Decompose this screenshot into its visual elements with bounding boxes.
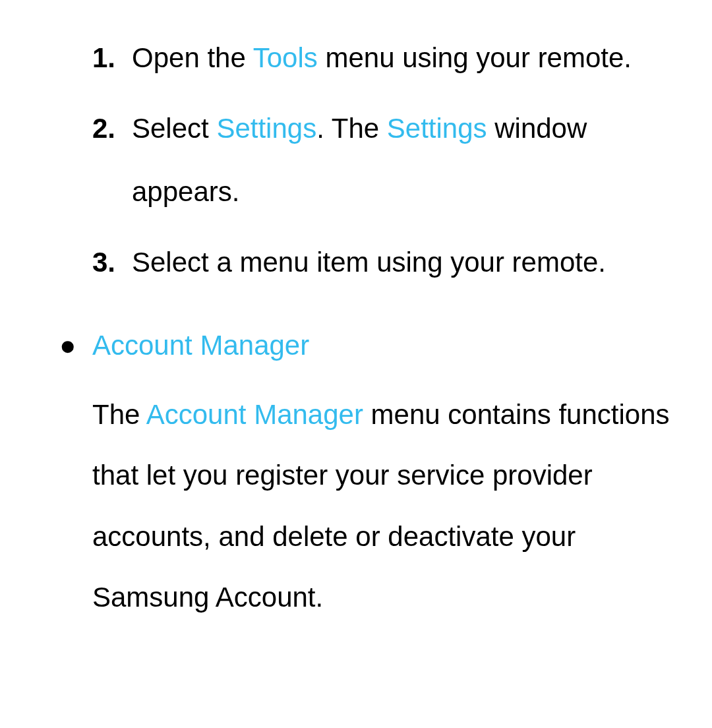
step-1-text: Open the Tools menu using your remote. <box>132 42 632 73</box>
step-1: 1. Open the Tools menu using your remote… <box>92 26 699 90</box>
settings-highlight-2: Settings <box>387 113 487 144</box>
section-title: Account Manager <box>92 330 309 361</box>
step-3: 3. Select a menu item using your remote. <box>92 231 699 295</box>
step-number-2: 2. <box>92 97 115 161</box>
step-2: 2. Select Settings. The Settings window … <box>92 97 699 224</box>
section-description: The Account Manager menu contains functi… <box>92 384 699 628</box>
section-list: ● Account Manager The Account Manager me… <box>13 314 699 628</box>
account-manager-highlight: Account Manager <box>146 399 363 430</box>
settings-highlight-1: Settings <box>216 113 316 144</box>
steps-list: 1. Open the Tools menu using your remote… <box>13 26 699 294</box>
account-manager-section: ● Account Manager The Account Manager me… <box>53 314 699 628</box>
tools-highlight: Tools <box>253 42 318 73</box>
step-number-1: 1. <box>92 26 115 90</box>
bullet-icon: ● <box>59 314 76 378</box>
step-3-text: Select a menu item using your remote. <box>132 247 606 278</box>
step-2-text: Select Settings. The Settings window app… <box>132 113 587 208</box>
step-number-3: 3. <box>92 231 115 295</box>
